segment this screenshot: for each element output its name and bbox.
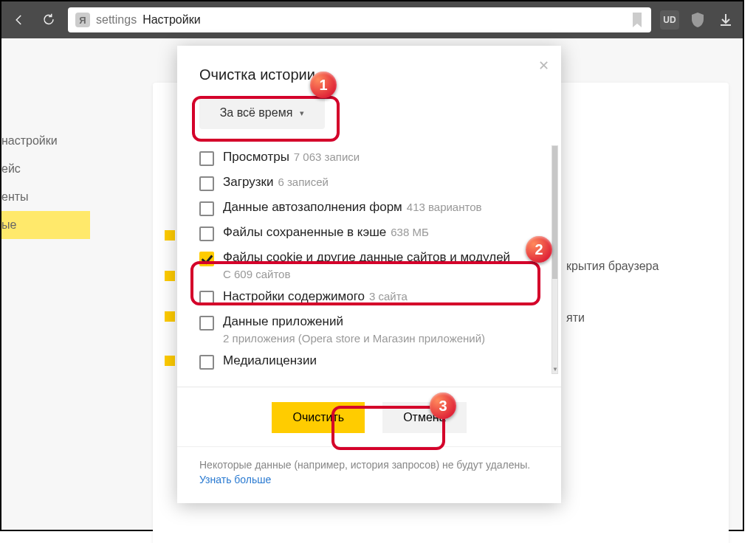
option-sublabel: 638 МБ xyxy=(391,226,429,238)
url-segment-page: Настройки xyxy=(142,13,200,27)
option-row[interactable]: Данные приложений2 приложения (Opera sto… xyxy=(199,310,543,349)
time-range-label: За всё время xyxy=(220,106,293,120)
option-label: Просмотры xyxy=(223,150,289,164)
clear-history-dialog: ✕ Очистка истории За всё время ▾ ▲ ▼ Про… xyxy=(177,46,561,503)
checkbox[interactable] xyxy=(199,226,214,241)
reload-button[interactable] xyxy=(38,10,59,30)
options-list: Просмотры7 063 записиЗагрузки6 записейДа… xyxy=(177,145,561,374)
option-row[interactable]: Данные автозаполнения форм413 вариантов xyxy=(199,196,543,221)
scroll-down-icon[interactable]: ▼ xyxy=(552,365,557,374)
checkbox[interactable] xyxy=(199,151,214,166)
option-sublabel: 7 063 записи xyxy=(294,151,360,163)
scroll-thumb[interactable] xyxy=(552,146,557,279)
sidebar-item[interactable]: енты xyxy=(1,183,90,211)
protect-icon[interactable] xyxy=(688,10,707,30)
badge-1: 1 xyxy=(310,72,337,98)
notice-text: Некоторые данные (например, история запр… xyxy=(199,459,530,471)
bg-text: яти xyxy=(566,311,585,325)
bookmark-icon[interactable] xyxy=(630,12,644,28)
option-label: Файлы сохраненные в кэше xyxy=(223,225,386,239)
settings-sidebar: настройки ейс енты ые xyxy=(1,127,90,239)
checkbox-bg xyxy=(165,230,175,241)
url-segment-settings: settings xyxy=(96,13,137,27)
bg-text: крытия браузера xyxy=(566,260,659,273)
option-row[interactable]: Настройки содержимого3 сайта xyxy=(199,285,543,310)
back-button[interactable] xyxy=(9,10,30,30)
option-label: Данные приложений xyxy=(223,314,343,328)
checkbox[interactable] xyxy=(199,252,214,266)
option-label: Загрузки xyxy=(223,175,273,189)
badge-3: 3 xyxy=(430,392,456,419)
checkbox[interactable] xyxy=(199,201,214,216)
option-row[interactable]: Файлы сохраненные в кэше638 МБ xyxy=(199,221,543,246)
dialog-title: Очистка истории xyxy=(199,66,561,83)
checkbox-bg xyxy=(165,311,175,322)
option-sublabel: 413 вариантов xyxy=(407,201,482,213)
checkbox-bg xyxy=(165,271,175,281)
site-icon: Я xyxy=(75,13,90,27)
dialog-notice: Некоторые данные (например, история запр… xyxy=(177,446,561,503)
scrollbar[interactable]: ▲ ▼ xyxy=(551,145,558,374)
option-sublabel: С 609 сайтов xyxy=(223,268,543,280)
option-label: Настройки содержимого xyxy=(223,289,365,303)
checkbox[interactable] xyxy=(199,176,214,191)
option-label: Медиалицензии xyxy=(223,353,317,367)
browser-toolbar: Я settings Настройки UD xyxy=(1,1,743,38)
sidebar-item[interactable]: настройки xyxy=(1,127,90,155)
option-label: Файлы cookie и другие данные сайтов и мо… xyxy=(223,250,510,264)
option-row[interactable]: Медиалицензии xyxy=(199,349,543,374)
checkbox[interactable] xyxy=(199,316,214,331)
time-range-select[interactable]: За всё время ▾ xyxy=(199,97,325,129)
option-sublabel: 6 записей xyxy=(278,176,328,188)
checkbox[interactable] xyxy=(199,355,214,370)
option-label: Данные автозаполнения форм xyxy=(223,200,402,214)
address-bar[interactable]: Я settings Настройки xyxy=(68,7,651,32)
learn-more-link[interactable]: Узнать больше xyxy=(199,474,271,485)
downloads-icon[interactable] xyxy=(716,10,735,30)
checkbox-bg xyxy=(165,356,175,366)
sidebar-item[interactable]: ейс xyxy=(1,155,90,183)
sidebar-item-active[interactable]: ые xyxy=(1,211,90,239)
option-row[interactable]: Просмотры7 063 записи xyxy=(199,145,543,170)
option-row[interactable]: Файлы cookie и другие данные сайтов и мо… xyxy=(199,246,543,285)
option-row[interactable]: Загрузки6 записей xyxy=(199,170,543,196)
badge-2: 2 xyxy=(526,236,552,263)
option-sublabel: 3 сайта xyxy=(369,290,408,302)
chevron-down-icon: ▾ xyxy=(300,108,304,118)
close-icon[interactable]: ✕ xyxy=(538,58,549,74)
checkbox[interactable] xyxy=(199,291,214,305)
option-sublabel: 2 приложения (Opera store и Магазин прил… xyxy=(223,332,543,345)
extension-ublock-icon[interactable]: UD xyxy=(660,10,679,30)
clear-button[interactable]: Очистить xyxy=(272,402,365,433)
